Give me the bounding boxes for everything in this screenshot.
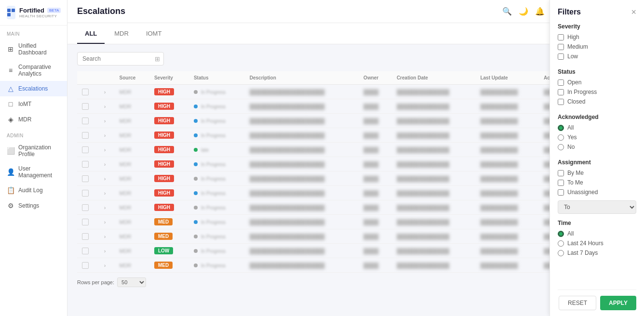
row-check[interactable] (77, 215, 99, 229)
row-last-update: ██████████ (475, 171, 539, 186)
moon-icon[interactable]: 🌙 (519, 7, 528, 16)
filter-ack-yes[interactable]: Yes (558, 134, 636, 141)
row-description: ████████████████████ (245, 215, 359, 229)
sidebar-item-settings[interactable]: ⚙ Settings (0, 198, 67, 213)
row-expand[interactable]: › (99, 229, 115, 244)
checkbox-unassigned[interactable] (558, 189, 564, 196)
row-source: MDR (115, 215, 149, 229)
row-description: ████████████████████ (245, 258, 359, 273)
checkbox-high[interactable] (558, 34, 564, 40)
row-creation-date: ██████████████ (392, 186, 476, 200)
filter-severity-high[interactable]: High (558, 34, 636, 40)
radio-ack-no[interactable] (558, 144, 564, 150)
filter-status-closed[interactable]: Closed (558, 98, 636, 105)
row-check[interactable] (77, 85, 99, 99)
filter-severity-medium[interactable]: Medium (558, 43, 636, 50)
row-description: ████████████████████ (245, 244, 359, 258)
radio-time-all[interactable] (558, 231, 564, 237)
search-submit-icon[interactable]: ⊞ (155, 55, 160, 63)
checkbox-open[interactable] (558, 79, 564, 86)
sidebar-item-audit-log[interactable]: 📋 Audit Log (0, 183, 67, 198)
radio-time-24h[interactable] (558, 240, 564, 247)
row-check[interactable] (77, 244, 99, 258)
row-expand[interactable]: › (99, 200, 115, 215)
filter-ack-all[interactable]: All (558, 124, 636, 131)
escalations-icon: △ (7, 85, 14, 92)
checkbox-to-me[interactable] (558, 180, 564, 186)
checkbox-medium[interactable] (558, 44, 564, 50)
filter-ack-no[interactable]: No (558, 144, 636, 150)
filters-close-icon[interactable]: × (631, 8, 636, 16)
row-owner: ████ (359, 186, 392, 200)
checkbox-closed[interactable] (558, 99, 564, 105)
row-check[interactable] (77, 186, 99, 200)
row-expand[interactable]: › (99, 99, 115, 114)
sidebar-item-label: IoMT (18, 101, 31, 107)
radio-ack-yes[interactable] (558, 134, 564, 141)
row-check[interactable] (77, 128, 99, 143)
filter-assignment-unassigned[interactable]: Unassigned (558, 189, 636, 196)
filter-group-severity: Severity High Medium Low (558, 23, 636, 63)
row-expand[interactable]: › (99, 171, 115, 186)
filter-group-assignment: Assignment By Me To Me Unassigned To By … (558, 159, 636, 214)
row-expand[interactable]: › (99, 114, 115, 128)
filter-status-in-progress[interactable]: In Progress (558, 89, 636, 95)
filter-time-all[interactable]: All (558, 230, 636, 237)
sidebar-item-unified-dashboard[interactable]: ⊞ Unified Dashboard (0, 39, 67, 60)
row-check[interactable] (77, 157, 99, 171)
row-check[interactable] (77, 171, 99, 186)
filter-time-24h[interactable]: Last 24 Hours (558, 240, 636, 247)
filter-time-7d[interactable]: Last 7 Days (558, 250, 636, 256)
sidebar-item-org-profile[interactable]: ⬜ Organization Profile (0, 140, 67, 161)
row-source: MDR (115, 114, 149, 128)
tab-all[interactable]: ALL (77, 23, 105, 44)
search-icon[interactable]: 🔍 (502, 7, 512, 16)
tab-mdr[interactable]: MDR (107, 23, 136, 44)
assignment-dropdown[interactable]: To By Unassigned (558, 200, 636, 214)
filters-header: Filters × (558, 8, 636, 16)
row-expand[interactable]: › (99, 143, 115, 157)
sidebar-item-mdr[interactable]: ◈ MDR (0, 112, 67, 127)
row-expand[interactable]: › (99, 244, 115, 258)
sidebar-item-user-management[interactable]: 👤 User Management (0, 161, 67, 183)
row-expand[interactable]: › (99, 85, 115, 99)
search-input[interactable] (77, 52, 164, 66)
radio-ack-all[interactable] (558, 125, 564, 131)
row-check[interactable] (77, 258, 99, 273)
row-owner: ████ (359, 128, 392, 143)
beta-badge: BETA (47, 8, 61, 13)
row-expand[interactable]: › (99, 157, 115, 171)
radio-time-7d[interactable] (558, 250, 564, 256)
filter-severity-low[interactable]: Low (558, 53, 636, 60)
row-expand[interactable]: › (99, 258, 115, 273)
sidebar-item-escalations[interactable]: △ Escalations (0, 81, 67, 96)
filter-status-open[interactable]: Open (558, 79, 636, 86)
reset-button[interactable]: RESET (559, 296, 596, 310)
sidebar-item-iomt[interactable]: □ IoMT (0, 96, 67, 112)
checkbox-in-progress[interactable] (558, 89, 564, 95)
checkbox-low[interactable] (558, 53, 564, 60)
row-check[interactable] (77, 229, 99, 244)
dashboard-icon: ⊞ (7, 45, 14, 53)
row-status: In Progress (189, 99, 245, 114)
bell-icon[interactable]: 🔔 (535, 7, 545, 16)
rows-per-page-select[interactable]: 10 25 50 100 (117, 277, 146, 287)
row-check[interactable] (77, 200, 99, 215)
row-owner: ████ (359, 85, 392, 99)
tab-iomt[interactable]: IOMT (138, 23, 170, 44)
checkbox-by-me[interactable] (558, 170, 564, 176)
row-check[interactable] (77, 143, 99, 157)
filter-assignment-by-me[interactable]: By Me (558, 170, 636, 176)
row-creation-date: ██████████████ (392, 114, 476, 128)
row-severity: HIGH (149, 128, 189, 143)
apply-button[interactable]: APPLY (600, 296, 636, 310)
row-expand[interactable]: › (99, 186, 115, 200)
row-expand[interactable]: › (99, 215, 115, 229)
row-expand[interactable]: › (99, 128, 115, 143)
sidebar-item-comparative-analytics[interactable]: ≡ Comparative Analytics (0, 60, 67, 81)
row-last-update: ██████████ (475, 85, 539, 99)
row-check[interactable] (77, 99, 99, 114)
row-status: In Progress (189, 186, 245, 200)
filter-assignment-to-me[interactable]: To Me (558, 179, 636, 186)
row-check[interactable] (77, 114, 99, 128)
